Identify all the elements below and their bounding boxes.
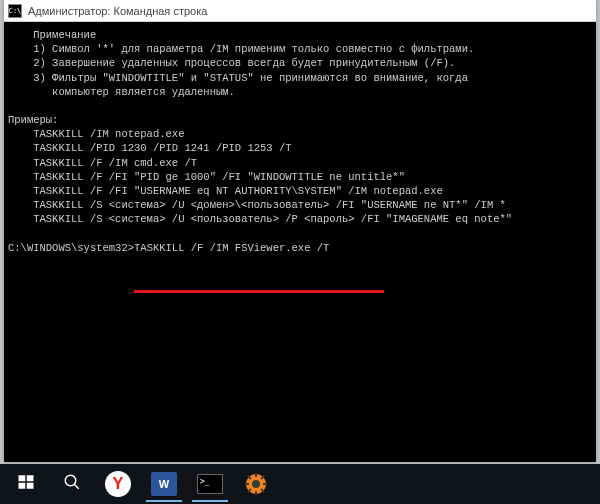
note-line: компьютер является удаленным. — [8, 86, 235, 98]
svg-rect-2 — [19, 482, 26, 488]
titlebar[interactable]: C:\ Администратор: Командная строка — [4, 0, 596, 22]
command-prompt-window: C:\ Администратор: Командная строка Прим… — [4, 0, 596, 462]
cmd-window-icon: C:\ — [8, 4, 22, 18]
example-line: TASKKILL /F /FI "PID ge 1000" /FI "WINDO… — [8, 171, 405, 183]
taskbar-app-word[interactable]: W — [142, 466, 186, 502]
svg-rect-1 — [27, 475, 34, 481]
prompt-command: TASKKILL /F /IM FSViewer.exe /T — [134, 242, 329, 254]
word-icon: W — [151, 472, 177, 496]
note-line: 1) Символ '*' для параметра /IM применим… — [8, 43, 474, 55]
note-line: 2) Завершение удаленных процессов всегда… — [8, 57, 455, 69]
svg-rect-3 — [27, 482, 34, 488]
note-line: 3) Фильтры "WINDOWTITLE" и "STATUS" не п… — [8, 72, 468, 84]
cmd-icon: >_ — [197, 474, 223, 494]
example-line: TASKKILL /F /IM cmd.exe /T — [8, 157, 197, 169]
svg-point-7 — [252, 480, 260, 488]
taskbar-app-settings[interactable] — [234, 466, 278, 502]
taskbar: Y W >_ — [0, 464, 600, 504]
example-line: TASKKILL /F /FI "USERNAME eq NT AUTHORIT… — [8, 185, 443, 197]
svg-point-4 — [65, 475, 76, 486]
search-icon — [63, 473, 81, 496]
annotation-underline — [134, 290, 384, 293]
yandex-icon: Y — [105, 471, 131, 497]
window-title: Администратор: Командная строка — [28, 5, 207, 17]
svg-line-5 — [74, 484, 79, 489]
note-heading: Примечание — [8, 29, 96, 41]
console-area[interactable]: Примечание 1) Символ '*' для параметра /… — [4, 22, 596, 462]
example-line: TASKKILL /S <система> /U <пользователь> … — [8, 213, 512, 225]
taskbar-app-yandex[interactable]: Y — [96, 466, 140, 502]
prompt-path: C:\WINDOWS\system32> — [8, 242, 134, 254]
examples-heading: Примеры: — [8, 114, 58, 126]
svg-rect-0 — [19, 475, 26, 481]
example-line: TASKKILL /IM notepad.exe — [8, 128, 184, 140]
example-line: TASKKILL /S <система> /U <домен>\<пользо… — [8, 199, 506, 211]
start-button[interactable] — [4, 466, 48, 502]
search-button[interactable] — [50, 466, 94, 502]
taskbar-app-cmd[interactable]: >_ — [188, 466, 232, 502]
example-line: TASKKILL /PID 1230 /PID 1241 /PID 1253 /… — [8, 142, 292, 154]
gear-icon — [244, 472, 268, 496]
windows-icon — [17, 473, 35, 496]
